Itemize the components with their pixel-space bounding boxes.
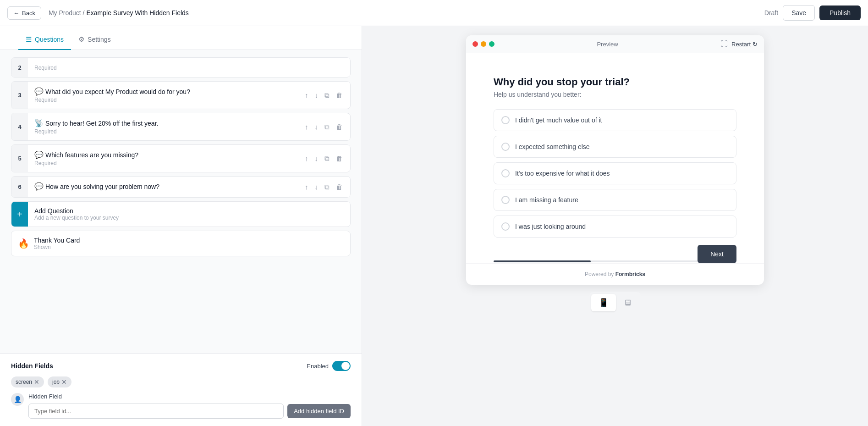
thank-you-subtitle: Shown bbox=[34, 244, 80, 250]
hidden-fields-tags: screen ✕ job ✕ bbox=[11, 376, 351, 387]
question-required: Required bbox=[34, 65, 57, 71]
questions-list: 2 Required 3 💬 What did you expect My Pr… bbox=[0, 50, 362, 353]
breadcrumb-product[interactable]: My Product / bbox=[49, 9, 85, 17]
question-item-6[interactable]: 6 💬 How are you solving your problem now… bbox=[11, 176, 351, 198]
preview-window: Preview ⛶ Restart ↻ Why did you stop you… bbox=[466, 35, 764, 285]
question-item-partial: 2 Required bbox=[11, 57, 351, 77]
duplicate-button-5[interactable]: ⧉ bbox=[323, 153, 331, 165]
main-layout: ☰ Questions ⚙ Settings 2 Required 3 bbox=[0, 26, 868, 426]
preview-option-3[interactable]: It's too expensive for what it does bbox=[494, 162, 736, 184]
left-panel: ☰ Questions ⚙ Settings 2 Required 3 bbox=[0, 26, 362, 426]
hidden-field-input[interactable] bbox=[28, 404, 284, 419]
breadcrumb-survey: Example Survey With Hidden Fields bbox=[87, 9, 189, 17]
tag-job: job ✕ bbox=[48, 376, 71, 387]
preview-question-title: Why did you stop your trial? bbox=[494, 76, 736, 88]
question-number-4: 4 bbox=[11, 113, 28, 140]
restart-icon: ↻ bbox=[753, 41, 758, 48]
tag-job-close[interactable]: ✕ bbox=[61, 378, 67, 386]
tab-settings[interactable]: ⚙ Settings bbox=[71, 30, 118, 50]
tag-screen-label: screen bbox=[16, 379, 32, 385]
draft-label: Draft bbox=[764, 9, 778, 17]
device-toggle-buttons: 📱 🖥 bbox=[589, 292, 641, 313]
move-up-button-4[interactable]: ↑ bbox=[303, 121, 310, 133]
move-down-button-5[interactable]: ↓ bbox=[313, 153, 320, 164]
question-required-4: Required bbox=[34, 128, 291, 135]
publish-button[interactable]: Publish bbox=[819, 6, 861, 20]
preview-titlebar-right: ⛶ Restart ↻ bbox=[720, 40, 758, 48]
delete-button-4[interactable]: 🗑 bbox=[334, 121, 345, 133]
back-button[interactable]: ← Back bbox=[7, 6, 41, 20]
desktop-view-button[interactable]: 🖥 bbox=[616, 294, 639, 311]
move-down-button-4[interactable]: ↓ bbox=[313, 121, 320, 133]
toggle-knob bbox=[341, 362, 350, 370]
chat-icon-6: 💬 bbox=[34, 182, 44, 191]
add-question-item[interactable]: + Add Question Add a new question to you… bbox=[11, 201, 351, 227]
move-down-button-3[interactable]: ↓ bbox=[313, 89, 320, 101]
question-item-3[interactable]: 3 💬 What did you expect My Product would… bbox=[11, 81, 351, 109]
move-up-button-5[interactable]: ↑ bbox=[303, 153, 310, 164]
save-button[interactable]: Save bbox=[783, 5, 815, 21]
restart-button[interactable]: Restart ↻ bbox=[731, 41, 758, 48]
hidden-fields-toggle-area: Enabled bbox=[307, 361, 351, 371]
question-content-6: 💬 How are you solving your problem now? bbox=[28, 177, 297, 197]
add-hidden-field-button[interactable]: Add hidden field ID bbox=[287, 404, 351, 418]
question-content-4: 📡 Sorry to hear! Get 20% off the first y… bbox=[28, 113, 297, 140]
preview-progress-bar bbox=[494, 260, 591, 262]
duplicate-button-4[interactable]: ⧉ bbox=[323, 121, 331, 133]
question-content: Required bbox=[28, 58, 350, 77]
delete-button-5[interactable]: 🗑 bbox=[334, 153, 345, 164]
tag-screen-close[interactable]: ✕ bbox=[34, 378, 39, 386]
footer-text: Powered by bbox=[585, 271, 615, 277]
question-actions-6: ↑ ↓ ⧉ 🗑 bbox=[297, 177, 350, 197]
question-actions-4: ↑ ↓ ⧉ 🗑 bbox=[297, 113, 350, 140]
option-label-2: I expected something else bbox=[515, 143, 590, 150]
back-label: Back bbox=[22, 10, 35, 17]
add-question-title: Add Question bbox=[34, 207, 119, 215]
radio-circle-3 bbox=[501, 169, 510, 177]
radio-circle-4 bbox=[501, 196, 510, 204]
duplicate-button-6[interactable]: ⧉ bbox=[323, 181, 331, 193]
radio-circle-1 bbox=[501, 116, 510, 124]
question-content-3: 💬 What did you expect My Product would d… bbox=[28, 82, 297, 109]
question-title-3: What did you expect My Product would do … bbox=[45, 88, 190, 95]
question-number: 2 bbox=[11, 58, 28, 77]
tab-questions[interactable]: ☰ Questions bbox=[18, 30, 71, 50]
tab-questions-label: Questions bbox=[35, 36, 64, 43]
expand-button[interactable]: ⛶ bbox=[720, 40, 728, 48]
duplicate-button-3[interactable]: ⧉ bbox=[323, 89, 331, 101]
preview-option-4[interactable]: I am missing a feature bbox=[494, 189, 736, 211]
move-up-button-3[interactable]: ↑ bbox=[303, 89, 310, 101]
question-item-4[interactable]: 4 📡 Sorry to hear! Get 20% off the first… bbox=[11, 113, 351, 141]
preview-option-2[interactable]: I expected something else bbox=[494, 136, 736, 158]
option-label-3: It's too expensive for what it does bbox=[515, 170, 610, 177]
hidden-fields-toggle[interactable] bbox=[332, 361, 351, 371]
question-required-3: Required bbox=[34, 97, 291, 103]
delete-button-3[interactable]: 🗑 bbox=[334, 89, 345, 101]
mobile-view-button[interactable]: 📱 bbox=[591, 294, 616, 311]
question-item-5[interactable]: 5 💬 Which features are you missing? Requ… bbox=[11, 144, 351, 172]
preview-option-5[interactable]: I was just looking around bbox=[494, 216, 736, 238]
hidden-field-input-area: Hidden Field Add hidden field ID bbox=[28, 393, 351, 419]
delete-button-6[interactable]: 🗑 bbox=[334, 181, 345, 193]
broadcast-icon-4: 📡 bbox=[34, 119, 44, 127]
preview-option-1[interactable]: I didn't get much value out of it bbox=[494, 109, 736, 131]
move-down-button-6[interactable]: ↓ bbox=[313, 181, 320, 193]
question-required-5: Required bbox=[34, 160, 291, 166]
right-panel: Preview ⛶ Restart ↻ Why did you stop you… bbox=[362, 26, 868, 426]
question-number-3: 3 bbox=[11, 82, 28, 109]
window-dots bbox=[472, 41, 494, 47]
next-button[interactable]: Next bbox=[698, 245, 736, 263]
question-actions-5: ↑ ↓ ⧉ 🗑 bbox=[297, 145, 350, 172]
option-label-1: I didn't get much value out of it bbox=[515, 116, 602, 124]
thank-you-title: Thank You Card bbox=[34, 237, 80, 244]
question-number-6: 6 bbox=[11, 177, 28, 197]
tag-job-label: job bbox=[52, 379, 60, 385]
back-arrow-icon: ← bbox=[13, 10, 19, 17]
breadcrumb: My Product / Example Survey With Hidden … bbox=[49, 9, 189, 17]
thank-you-card-item[interactable]: 🔥 Thank You Card Shown bbox=[11, 231, 351, 256]
hidden-field-row: 👤 Hidden Field Add hidden field ID bbox=[11, 393, 351, 419]
preview-titlebar: Preview ⛶ Restart ↻ bbox=[466, 35, 764, 53]
thank-you-content: Thank You Card Shown bbox=[34, 237, 80, 250]
footer-brand: Formbricks bbox=[615, 271, 645, 277]
move-up-button-6[interactable]: ↑ bbox=[303, 181, 310, 193]
